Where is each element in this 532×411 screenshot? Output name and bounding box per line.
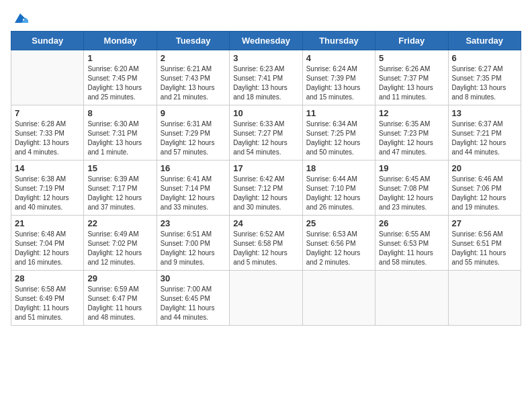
day-detail: Sunrise: 6:24 AM Sunset: 7:39 PM Dayligh… — [306, 64, 371, 102]
day-detail: Sunrise: 6:41 AM Sunset: 7:14 PM Dayligh… — [161, 175, 226, 212]
calendar-day-cell: 28Sunrise: 6:58 AM Sunset: 6:49 PM Dayli… — [11, 271, 84, 326]
day-detail: Sunrise: 6:53 AM Sunset: 6:56 PM Dayligh… — [306, 230, 371, 267]
day-number: 17 — [233, 163, 298, 173]
calendar-week-row: 1Sunrise: 6:20 AM Sunset: 7:45 PM Daylig… — [11, 50, 521, 105]
calendar-day-cell: 1Sunrise: 6:20 AM Sunset: 7:45 PM Daylig… — [84, 50, 157, 105]
day-detail: Sunrise: 6:33 AM Sunset: 7:27 PM Dayligh… — [233, 120, 298, 157]
calendar-day-cell: 16Sunrise: 6:41 AM Sunset: 7:14 PM Dayli… — [157, 161, 229, 216]
day-of-week-header: Tuesday — [157, 32, 229, 50]
day-of-week-header: Wednesday — [230, 32, 302, 50]
calendar-day-cell: 11Sunrise: 6:34 AM Sunset: 7:25 PM Dayli… — [302, 105, 375, 161]
day-detail: Sunrise: 6:37 AM Sunset: 7:21 PM Dayligh… — [452, 120, 517, 157]
day-detail: Sunrise: 6:31 AM Sunset: 7:29 PM Dayligh… — [161, 120, 226, 157]
day-number: 25 — [306, 218, 371, 228]
day-number: 16 — [161, 163, 226, 173]
day-number: 1 — [87, 53, 152, 63]
day-number: 21 — [15, 218, 80, 228]
day-detail: Sunrise: 6:21 AM Sunset: 7:43 PM Dayligh… — [161, 64, 226, 102]
calendar-day-cell — [448, 271, 521, 326]
calendar-day-cell: 8Sunrise: 6:30 AM Sunset: 7:31 PM Daylig… — [84, 105, 157, 161]
calendar-day-cell: 23Sunrise: 6:51 AM Sunset: 7:00 PM Dayli… — [157, 216, 229, 271]
calendar-day-cell: 10Sunrise: 6:33 AM Sunset: 7:27 PM Dayli… — [230, 105, 302, 161]
calendar-day-cell — [11, 50, 84, 105]
day-detail: Sunrise: 6:23 AM Sunset: 7:41 PM Dayligh… — [233, 64, 298, 102]
day-number: 26 — [379, 218, 444, 228]
calendar-week-row: 14Sunrise: 6:38 AM Sunset: 7:19 PM Dayli… — [11, 161, 521, 216]
day-detail: Sunrise: 6:26 AM Sunset: 7:37 PM Dayligh… — [379, 64, 444, 102]
day-number: 24 — [233, 218, 298, 228]
calendar-day-cell: 5Sunrise: 6:26 AM Sunset: 7:37 PM Daylig… — [375, 50, 448, 105]
calendar-day-cell: 30Sunrise: 7:00 AM Sunset: 6:45 PM Dayli… — [157, 271, 229, 326]
day-detail: Sunrise: 6:45 AM Sunset: 7:08 PM Dayligh… — [379, 175, 444, 212]
day-of-week-header: Saturday — [448, 32, 521, 50]
calendar-day-cell: 18Sunrise: 6:44 AM Sunset: 7:10 PM Dayli… — [302, 161, 375, 216]
day-number: 30 — [161, 273, 226, 283]
day-detail: Sunrise: 6:49 AM Sunset: 7:02 PM Dayligh… — [87, 230, 152, 267]
day-number: 19 — [379, 163, 444, 173]
calendar-day-cell: 27Sunrise: 6:56 AM Sunset: 6:51 PM Dayli… — [448, 216, 521, 271]
calendar-day-cell: 25Sunrise: 6:53 AM Sunset: 6:56 PM Dayli… — [302, 216, 375, 271]
calendar-week-row: 28Sunrise: 6:58 AM Sunset: 6:49 PM Dayli… — [11, 271, 521, 326]
day-of-week-header: Thursday — [302, 32, 375, 50]
day-of-week-header: Friday — [375, 32, 448, 50]
day-of-week-header: Monday — [84, 32, 157, 50]
calendar-day-cell: 6Sunrise: 6:27 AM Sunset: 7:35 PM Daylig… — [448, 50, 521, 105]
calendar-day-cell: 14Sunrise: 6:38 AM Sunset: 7:19 PM Dayli… — [11, 161, 84, 216]
day-detail: Sunrise: 6:42 AM Sunset: 7:12 PM Dayligh… — [233, 175, 298, 212]
day-detail: Sunrise: 6:39 AM Sunset: 7:17 PM Dayligh… — [87, 175, 152, 212]
calendar-day-cell: 2Sunrise: 6:21 AM Sunset: 7:43 PM Daylig… — [157, 50, 229, 105]
calendar-header-row: SundayMondayTuesdayWednesdayThursdayFrid… — [11, 32, 521, 50]
calendar-week-row: 21Sunrise: 6:48 AM Sunset: 7:04 PM Dayli… — [11, 216, 521, 271]
page-header — [11, 11, 521, 26]
calendar-day-cell: 29Sunrise: 6:59 AM Sunset: 6:47 PM Dayli… — [84, 271, 157, 326]
day-detail: Sunrise: 6:38 AM Sunset: 7:19 PM Dayligh… — [15, 175, 80, 212]
day-detail: Sunrise: 6:27 AM Sunset: 7:35 PM Dayligh… — [452, 64, 517, 102]
calendar-day-cell: 17Sunrise: 6:42 AM Sunset: 7:12 PM Dayli… — [230, 161, 302, 216]
day-number: 6 — [452, 53, 517, 63]
calendar-day-cell: 20Sunrise: 6:46 AM Sunset: 7:06 PM Dayli… — [448, 161, 521, 216]
day-number: 4 — [306, 53, 371, 63]
calendar-week-row: 7Sunrise: 6:28 AM Sunset: 7:33 PM Daylig… — [11, 105, 521, 161]
calendar-day-cell: 9Sunrise: 6:31 AM Sunset: 7:29 PM Daylig… — [157, 105, 229, 161]
day-detail: Sunrise: 6:44 AM Sunset: 7:10 PM Dayligh… — [306, 175, 371, 212]
day-number: 3 — [233, 53, 298, 63]
day-number: 9 — [161, 108, 226, 118]
calendar-table: SundayMondayTuesdayWednesdayThursdayFrid… — [11, 31, 521, 326]
day-detail: Sunrise: 6:34 AM Sunset: 7:25 PM Dayligh… — [306, 120, 371, 157]
day-number: 15 — [87, 163, 152, 173]
day-of-week-header: Sunday — [11, 32, 84, 50]
day-detail: Sunrise: 6:51 AM Sunset: 7:00 PM Dayligh… — [161, 230, 226, 267]
calendar-day-cell: 7Sunrise: 6:28 AM Sunset: 7:33 PM Daylig… — [11, 105, 84, 161]
day-number: 14 — [15, 163, 80, 173]
day-number: 18 — [306, 163, 371, 173]
day-detail: Sunrise: 6:46 AM Sunset: 7:06 PM Dayligh… — [452, 175, 517, 212]
day-number: 5 — [379, 53, 444, 63]
calendar-day-cell — [302, 271, 375, 326]
day-detail: Sunrise: 6:35 AM Sunset: 7:23 PM Dayligh… — [379, 120, 444, 157]
day-detail: Sunrise: 6:58 AM Sunset: 6:49 PM Dayligh… — [15, 285, 80, 322]
day-detail: Sunrise: 6:56 AM Sunset: 6:51 PM Dayligh… — [452, 230, 517, 267]
day-number: 7 — [15, 108, 80, 118]
day-number: 27 — [452, 218, 517, 228]
logo-icon — [12, 12, 28, 26]
day-detail: Sunrise: 6:59 AM Sunset: 6:47 PM Dayligh… — [87, 285, 152, 322]
calendar-day-cell: 21Sunrise: 6:48 AM Sunset: 7:04 PM Dayli… — [11, 216, 84, 271]
calendar-day-cell — [230, 271, 302, 326]
day-number: 10 — [233, 108, 298, 118]
calendar-day-cell: 4Sunrise: 6:24 AM Sunset: 7:39 PM Daylig… — [302, 50, 375, 105]
day-number: 12 — [379, 108, 444, 118]
day-number: 8 — [87, 108, 152, 118]
day-detail: Sunrise: 6:30 AM Sunset: 7:31 PM Dayligh… — [87, 120, 152, 157]
day-number: 11 — [306, 108, 371, 118]
day-detail: Sunrise: 6:20 AM Sunset: 7:45 PM Dayligh… — [87, 64, 152, 102]
calendar-day-cell: 12Sunrise: 6:35 AM Sunset: 7:23 PM Dayli… — [375, 105, 448, 161]
day-number: 22 — [87, 218, 152, 228]
day-number: 13 — [452, 108, 517, 118]
day-number: 20 — [452, 163, 517, 173]
day-number: 2 — [161, 53, 226, 63]
calendar-day-cell: 22Sunrise: 6:49 AM Sunset: 7:02 PM Dayli… — [84, 216, 157, 271]
calendar-day-cell: 26Sunrise: 6:55 AM Sunset: 6:53 PM Dayli… — [375, 216, 448, 271]
calendar-day-cell: 15Sunrise: 6:39 AM Sunset: 7:17 PM Dayli… — [84, 161, 157, 216]
day-detail: Sunrise: 6:55 AM Sunset: 6:53 PM Dayligh… — [379, 230, 444, 267]
day-detail: Sunrise: 7:00 AM Sunset: 6:45 PM Dayligh… — [161, 285, 226, 322]
